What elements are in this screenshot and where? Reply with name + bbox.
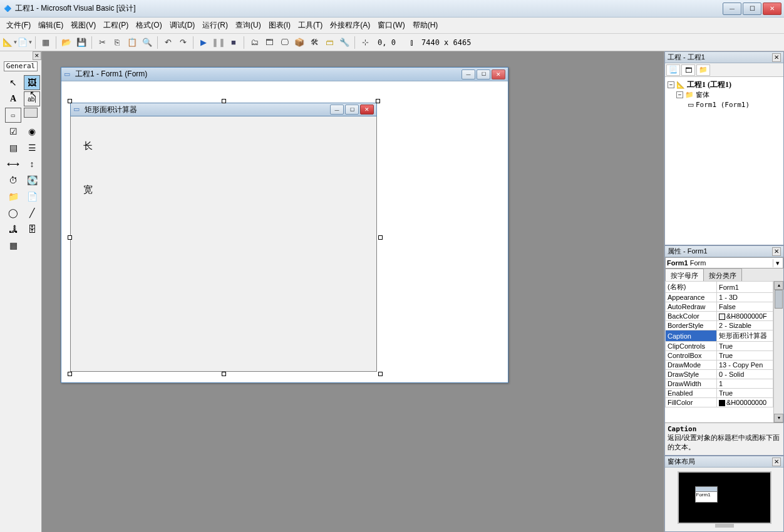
tool-shape[interactable]: ◯ [5, 205, 21, 220]
tool-image[interactable]: 🏞 [5, 222, 21, 237]
property-row[interactable]: BackColor&H8000000F [666, 312, 773, 321]
menu-file[interactable]: 文件(F) [3, 18, 34, 33]
form-close-button[interactable] [360, 105, 374, 115]
component-manager-button[interactable]: 🔧 [338, 36, 351, 49]
form-minimize-button[interactable] [330, 105, 344, 115]
project-panel-close-button[interactable] [772, 53, 781, 62]
property-row[interactable]: AutoRedrawFalse [666, 302, 773, 312]
property-row[interactable]: EnabledTrue [666, 389, 773, 398]
property-row[interactable]: (名称)Form1 [666, 282, 773, 293]
property-row[interactable]: Caption矩形面积计算器 [666, 330, 773, 342]
toolbox-button[interactable]: 🛠 [307, 36, 321, 49]
tree-project-root[interactable]: 工程1 (工程1) [687, 79, 731, 90]
toggle-folders-button[interactable]: 📁 [696, 64, 710, 76]
designer-window[interactable]: ▭ 工程1 - Form1 (Form) ▭ 矩形面积计算器 [61, 67, 508, 383]
designer-maximize-button[interactable] [477, 69, 490, 79]
label-length[interactable]: 长 [82, 140, 163, 159]
label-placeholder[interactable] [140, 240, 309, 257]
property-row[interactable]: DrawMode13 - Copy Pen [666, 361, 773, 370]
tool-line[interactable]: ╱ [24, 205, 40, 220]
tree-collapse-icon[interactable]: − [676, 91, 683, 98]
layout-panel-close-button[interactable] [772, 458, 781, 466]
property-row[interactable]: DrawStyle0 - Solid [666, 370, 773, 379]
tool-frame[interactable]: ▭ [5, 108, 21, 123]
window-close-button[interactable] [763, 3, 781, 15]
stop-button[interactable]: ■ [227, 36, 240, 49]
dropdown-icon[interactable]: ▾ [773, 259, 781, 267]
view-code-button[interactable]: 📃 [666, 64, 680, 76]
window-maximize-button[interactable] [743, 3, 761, 15]
menu-editor-button[interactable]: ▦ [39, 36, 53, 49]
tree-collapse-icon[interactable]: − [668, 81, 674, 88]
tool-combobox[interactable]: ▤ [5, 140, 21, 155]
property-row[interactable]: ClipControlsTrue [666, 342, 773, 351]
tree-form1[interactable]: Form1 (Form1) [696, 101, 750, 109]
property-row[interactable]: Appearance1 - 3D [666, 293, 773, 302]
property-row[interactable]: FillColor&H00000000 [666, 398, 773, 407]
designer-minimize-button[interactable] [462, 69, 475, 79]
tool-timer[interactable]: ⏱ [5, 173, 21, 188]
tool-label[interactable]: A [5, 91, 21, 106]
form-design-surface[interactable]: ▭ 矩形面积计算器 长 宽 [70, 103, 377, 372]
tool-drivelistbox[interactable]: 💽 [24, 173, 40, 188]
designer-close-button[interactable] [492, 69, 505, 79]
form-layout-button[interactable]: 🖵 [277, 36, 291, 49]
layout-mini-form[interactable]: Form1 [695, 486, 718, 503]
copy-button[interactable]: ⎘ [110, 36, 124, 49]
scroll-down-button[interactable]: ▾ [774, 414, 783, 422]
tool-textbox[interactable]: ab| [24, 91, 40, 106]
menu-format[interactable]: 格式(O) [132, 18, 165, 33]
window-minimize-button[interactable] [723, 3, 741, 15]
properties-window-button[interactable]: 🗔 [262, 36, 276, 49]
tab-alphabetic[interactable]: 按字母序 [665, 269, 704, 281]
run-button[interactable]: ▶ [197, 36, 210, 49]
tool-data[interactable]: 🗄 [24, 222, 40, 237]
scroll-up-button[interactable]: ▴ [774, 281, 783, 290]
menu-help[interactable]: 帮助(H) [409, 18, 442, 33]
add-project-button[interactable]: 📐▼ [3, 36, 17, 49]
scroll-thumb[interactable] [775, 290, 783, 309]
resize-handle[interactable] [378, 372, 383, 376]
tool-checkbox[interactable]: ☑ [5, 124, 21, 139]
tool-ole[interactable]: ▦ [5, 238, 21, 253]
project-tree[interactable]: − 📐 工程1 (工程1) − 📁 窗体 ▭ Form1 (Form1) [665, 77, 783, 245]
label-width[interactable]: 宽 [82, 184, 195, 203]
menu-tools[interactable]: 工具(T) [294, 18, 326, 33]
view-object-button[interactable]: 🗔 [681, 64, 695, 76]
resize-handle[interactable] [222, 372, 226, 376]
tool-optionbutton[interactable]: ◉ [24, 124, 40, 139]
tool-listbox[interactable]: ☰ [24, 140, 40, 155]
toolbox-tab-general[interactable]: General [4, 61, 38, 71]
menu-edit[interactable]: 编辑(E) [34, 18, 67, 33]
resize-handle[interactable] [68, 372, 72, 376]
menu-chart[interactable]: 图表(I) [265, 18, 294, 33]
menu-project[interactable]: 工程(P) [100, 18, 132, 33]
properties-grid[interactable]: (名称)Form1Appearance1 - 3DAutoRedrawFalse… [665, 281, 773, 422]
tool-pointer[interactable]: ↖ [5, 75, 21, 90]
tool-vscrollbar[interactable]: ↕ [24, 156, 40, 171]
tool-commandbutton[interactable] [24, 108, 38, 118]
menu-query[interactable]: 查询(U) [232, 18, 265, 33]
resize-handle[interactable] [376, 99, 380, 103]
data-view-button[interactable]: 🗃 [322, 36, 336, 49]
resize-handle[interactable] [68, 235, 72, 240]
tree-folder-forms[interactable]: 窗体 [696, 90, 709, 100]
menu-window[interactable]: 窗口(W) [374, 18, 408, 33]
undo-button[interactable]: ↶ [161, 36, 175, 49]
resize-handle[interactable] [378, 235, 383, 240]
pause-button[interactable]: ❚❚ [212, 36, 225, 49]
toolbox-close-button[interactable]: ✕ [33, 51, 41, 60]
property-row[interactable]: DrawWidth1 [666, 379, 773, 389]
save-button[interactable]: 💾 [75, 36, 88, 49]
property-row[interactable]: BorderStyle2 - Sizable [666, 321, 773, 330]
redo-button[interactable]: ↷ [176, 36, 190, 49]
menu-run[interactable]: 运行(R) [199, 18, 232, 33]
tab-categorized[interactable]: 按分类序 [703, 269, 742, 281]
layout-monitor[interactable]: Form1 [678, 471, 771, 524]
tool-hscrollbar[interactable]: ⟷ [5, 156, 21, 171]
menu-addins[interactable]: 外接程序(A) [326, 18, 374, 33]
resize-handle[interactable] [68, 99, 72, 103]
properties-scrollbar[interactable]: ▴ ▾ [773, 281, 783, 422]
menu-view[interactable]: 视图(V) [67, 18, 100, 33]
resize-handle[interactable] [222, 99, 226, 103]
